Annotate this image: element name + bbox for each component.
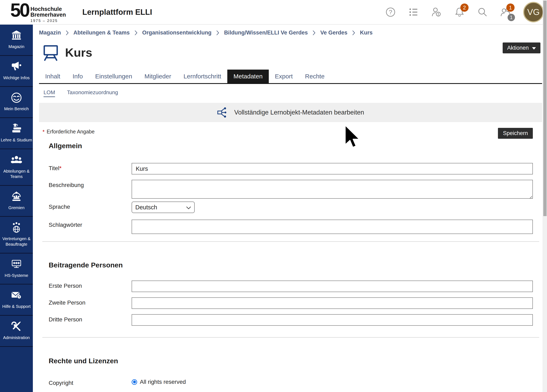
copyright-radio[interactable]	[132, 379, 137, 385]
dritte-person-input[interactable]	[132, 314, 533, 326]
user-status-icon[interactable]	[431, 7, 442, 17]
sidebar-item-label: Administration	[3, 335, 30, 340]
sidebar-item-hilfe-support[interactable]: ? Hilfe & Support	[0, 284, 33, 316]
beschreibung-textarea[interactable]	[132, 180, 533, 199]
schlagwoerter-label: Schlagwörter	[49, 220, 132, 234]
zweite-person-input[interactable]	[132, 297, 533, 309]
sidebar-item-administration[interactable]: Administration	[0, 316, 33, 347]
sidebar: Magazin Wichtige Infos Mein Bereich	[0, 25, 33, 392]
save-button[interactable]: Speichern	[498, 128, 533, 139]
logo-name-line1: Hochschule	[30, 6, 66, 12]
logo-years: 1975 – 2025	[30, 19, 66, 23]
sidebar-item-gremien[interactable]: Gremien	[0, 186, 33, 217]
people-group-icon	[10, 154, 22, 166]
sidebar-item-label: Hilfe & Support	[2, 304, 31, 309]
tab-mitglieder[interactable]: Mitglieder	[138, 70, 178, 83]
form-row-erste-person: Erste Person	[49, 281, 533, 292]
breadcrumb-item[interactable]: Abteilungen & Teams	[74, 30, 130, 36]
page-header: Kurs Aktionen	[39, 44, 542, 61]
chevron-right-icon	[66, 30, 68, 35]
help-icon[interactable]: ?	[385, 7, 396, 17]
required-note: Erforderliche Angabe	[47, 129, 95, 135]
users-badge-bottom: 1	[508, 14, 515, 21]
sidebar-item-abteilungen-teams[interactable]: Abteilungen & Teams	[0, 149, 33, 186]
sidebar-item-label: Wichtige Infos	[3, 75, 30, 81]
form-row-sprache: Sprache Deutsch	[49, 202, 533, 213]
sprache-select[interactable]: Deutsch	[132, 202, 195, 213]
notifications-bell-icon[interactable]: 2	[454, 7, 465, 17]
breadcrumb-item[interactable]: Magazin	[39, 30, 61, 36]
titel-input[interactable]	[132, 163, 533, 175]
books-icon	[10, 123, 22, 135]
sidebar-item-magazin[interactable]: Magazin	[0, 25, 33, 56]
chevron-down-icon	[186, 204, 191, 211]
tab-bar: Inhalt Info Einstellungen Mitglieder Ler…	[39, 70, 542, 84]
form-row-titel: Titel*	[49, 163, 533, 175]
smiley-icon	[10, 92, 22, 104]
breadcrumb-item[interactable]: Ve Gerdes	[320, 30, 347, 36]
titel-label-wrap: Titel*	[49, 163, 132, 175]
online-users-icon[interactable]: 1 1	[500, 7, 511, 17]
tab-einstellungen[interactable]: Einstellungen	[89, 70, 138, 83]
breadcrumb-item[interactable]: Organisationsentwicklung	[142, 30, 212, 36]
page-title: Kurs	[65, 46, 92, 59]
form-row-dritte-person: Dritte Person	[49, 314, 533, 326]
tab-lernfortschritt[interactable]: Lernfortschritt	[178, 70, 227, 83]
form-row-schlagwoerter: Schlagwörter	[49, 220, 533, 234]
users-badge-top: 1	[506, 3, 514, 12]
tab-inhalt[interactable]: Inhalt	[39, 70, 66, 83]
mail-question-icon: ?	[10, 289, 22, 301]
sidebar-item-wichtige-infos[interactable]: Wichtige Infos	[0, 56, 33, 87]
logo-50: 50	[10, 1, 29, 19]
tab-metadaten[interactable]: Metadaten	[227, 70, 269, 83]
required-note-row: * Erforderliche Angabe Speichern	[39, 129, 542, 140]
sidebar-item-label: Mein Bereich	[4, 106, 29, 112]
section-divider	[42, 337, 539, 338]
chevron-right-icon	[216, 30, 219, 35]
schlagwoerter-input[interactable]	[132, 220, 533, 234]
sidebar-item-label: Gremien	[8, 205, 25, 210]
sidebar-item-label: Vertretungen & Beauftragte	[1, 236, 32, 247]
sidebar-item-hs-systeme[interactable]: HS-Systeme	[0, 253, 33, 285]
sidebar-item-lehre-studium[interactable]: Lehre & Studium	[0, 118, 33, 149]
required-asterisk: *	[42, 129, 45, 135]
tab-rechte[interactable]: Rechte	[299, 70, 331, 83]
form-row-copyright: Copyright All rights reserved	[49, 378, 533, 386]
tools-icon	[10, 321, 22, 332]
dritte-person-label: Dritte Person	[49, 314, 132, 326]
beschreibung-label: Beschreibung	[49, 180, 132, 199]
search-icon[interactable]	[477, 7, 488, 17]
scrollbar	[543, 0, 547, 392]
zweite-person-label: Zweite Person	[49, 297, 132, 309]
actions-button-label: Aktionen	[507, 45, 529, 51]
tab-export[interactable]: Export	[269, 70, 299, 83]
section-heading-rechte: Rechte und Lizenzen	[49, 357, 533, 365]
subtab-lom[interactable]: LOM	[43, 89, 55, 97]
megaphone-icon	[10, 61, 22, 73]
notifications-badge: 2	[460, 3, 469, 12]
tab-info[interactable]: Info	[66, 70, 89, 83]
app-title: Lernplattform ELLI	[82, 8, 152, 17]
sidebar-item-label: Magazin	[8, 44, 24, 49]
subtab-taxonomiezuordnung[interactable]: Taxonomiezuordnung	[67, 89, 118, 97]
sprache-label: Sprache	[49, 202, 132, 213]
actions-button[interactable]: Aktionen	[503, 42, 540, 53]
scrollbar-thumb[interactable]	[543, 1, 547, 216]
breadcrumb-item[interactable]: Kurs	[360, 30, 373, 36]
caret-down-icon	[532, 45, 536, 51]
edit-full-metadata-label: Vollständige Lernobjekt-Metadaten bearbe…	[234, 109, 364, 116]
course-board-icon	[42, 44, 59, 61]
erste-person-input[interactable]	[132, 281, 533, 292]
breadcrumb-item[interactable]: Bildung/Wissen/ELLI Ve Gerdes	[224, 30, 308, 36]
edit-full-metadata-banner[interactable]: Vollständige Lernobjekt-Metadaten bearbe…	[39, 103, 542, 122]
todo-list-icon[interactable]	[408, 7, 419, 17]
avatar[interactable]: VG	[523, 2, 544, 22]
section-divider	[42, 241, 539, 242]
logo-text: Hochschule Bremerhaven 1975 – 2025	[30, 6, 66, 23]
titel-label: Titel	[49, 165, 59, 171]
sidebar-item-mein-bereich[interactable]: Mein Bereich	[0, 87, 33, 118]
form-row-beschreibung: Beschreibung	[49, 180, 533, 199]
sidebar-item-vertretungen-beauftragte[interactable]: Vertretungen & Beauftragte	[0, 217, 33, 253]
hochschule-bremerhaven-logo[interactable]: 50 Hochschule Bremerhaven 1975 – 2025	[10, 1, 66, 23]
erste-person-label: Erste Person	[49, 281, 132, 292]
